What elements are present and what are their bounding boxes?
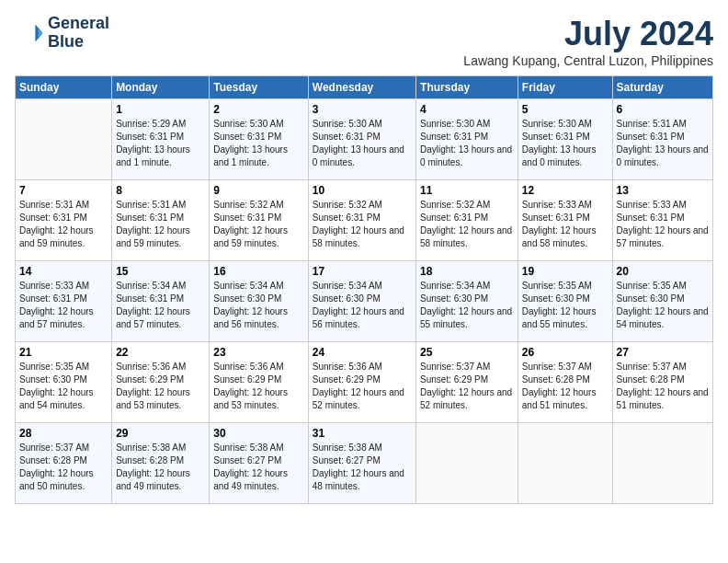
day-info: Sunrise: 5:37 AMSunset: 6:28 PMDaylight:… [19,442,108,493]
day-number: 8 [116,184,205,197]
day-cell [612,423,712,504]
page-header: General Blue July 2024 Lawang Kupang, Ce… [15,15,713,68]
day-cell: 6Sunrise: 5:31 AMSunset: 6:31 PMDaylight… [612,99,712,180]
day-number: 14 [19,265,108,278]
day-cell: 19Sunrise: 5:35 AMSunset: 6:30 PMDayligh… [518,261,612,342]
day-number: 19 [522,265,609,278]
day-info: Sunrise: 5:34 AMSunset: 6:30 PMDaylight:… [213,280,303,331]
day-info: Sunrise: 5:32 AMSunset: 6:31 PMDaylight:… [313,199,412,250]
day-cell: 30Sunrise: 5:38 AMSunset: 6:27 PMDayligh… [210,423,308,504]
day-info: Sunrise: 5:32 AMSunset: 6:31 PMDaylight:… [213,199,303,250]
logo: General Blue [15,15,109,52]
week-row-1: 1Sunrise: 5:29 AMSunset: 6:31 PMDaylight… [16,99,713,180]
day-cell: 23Sunrise: 5:36 AMSunset: 6:29 PMDayligh… [210,342,308,423]
day-number: 24 [313,346,412,359]
day-number: 13 [617,184,709,197]
day-number: 17 [313,265,412,278]
title-block: July 2024 Lawang Kupang, Central Luzon, … [463,15,713,68]
day-info: Sunrise: 5:36 AMSunset: 6:29 PMDaylight:… [116,361,205,412]
day-number: 27 [617,346,709,359]
day-cell: 8Sunrise: 5:31 AMSunset: 6:31 PMDaylight… [112,180,210,261]
svg-marker-1 [39,27,43,39]
weekday-header-saturday: Saturday [612,76,712,99]
day-info: Sunrise: 5:37 AMSunset: 6:29 PMDaylight:… [420,361,514,412]
day-info: Sunrise: 5:37 AMSunset: 6:28 PMDaylight:… [617,361,709,412]
day-number: 18 [420,265,514,278]
week-row-5: 28Sunrise: 5:37 AMSunset: 6:28 PMDayligh… [16,423,713,504]
day-number: 29 [116,427,205,440]
day-number: 1 [116,103,205,116]
weekday-header-thursday: Thursday [416,76,518,99]
day-info: Sunrise: 5:35 AMSunset: 6:30 PMDaylight:… [19,361,108,412]
weekday-header-row: SundayMondayTuesdayWednesdayThursdayFrid… [16,76,713,99]
day-info: Sunrise: 5:33 AMSunset: 6:31 PMDaylight:… [522,199,609,250]
day-info: Sunrise: 5:30 AMSunset: 6:31 PMDaylight:… [522,118,609,169]
day-cell: 26Sunrise: 5:37 AMSunset: 6:28 PMDayligh… [518,342,612,423]
weekday-header-sunday: Sunday [16,76,112,99]
day-cell: 27Sunrise: 5:37 AMSunset: 6:28 PMDayligh… [612,342,712,423]
day-number: 11 [420,184,514,197]
day-cell: 24Sunrise: 5:36 AMSunset: 6:29 PMDayligh… [308,342,415,423]
day-number: 4 [420,103,514,116]
day-info: Sunrise: 5:38 AMSunset: 6:28 PMDaylight:… [116,442,205,493]
day-info: Sunrise: 5:31 AMSunset: 6:31 PMDaylight:… [19,199,108,250]
day-info: Sunrise: 5:36 AMSunset: 6:29 PMDaylight:… [313,361,412,412]
weekday-header-wednesday: Wednesday [308,76,415,99]
day-info: Sunrise: 5:34 AMSunset: 6:31 PMDaylight:… [116,280,205,331]
day-info: Sunrise: 5:29 AMSunset: 6:31 PMDaylight:… [116,118,205,169]
day-number: 20 [617,265,709,278]
day-number: 22 [116,346,205,359]
day-number: 30 [213,427,303,440]
day-info: Sunrise: 5:34 AMSunset: 6:30 PMDaylight:… [313,280,412,331]
day-number: 25 [420,346,514,359]
day-cell: 18Sunrise: 5:34 AMSunset: 6:30 PMDayligh… [416,261,518,342]
day-info: Sunrise: 5:37 AMSunset: 6:28 PMDaylight:… [522,361,609,412]
day-cell [16,99,112,180]
day-cell: 12Sunrise: 5:33 AMSunset: 6:31 PMDayligh… [518,180,612,261]
day-info: Sunrise: 5:35 AMSunset: 6:30 PMDaylight:… [522,280,609,331]
day-info: Sunrise: 5:35 AMSunset: 6:30 PMDaylight:… [617,280,709,331]
day-cell: 15Sunrise: 5:34 AMSunset: 6:31 PMDayligh… [112,261,210,342]
week-row-4: 21Sunrise: 5:35 AMSunset: 6:30 PMDayligh… [16,342,713,423]
day-cell [518,423,612,504]
day-cell: 1Sunrise: 5:29 AMSunset: 6:31 PMDaylight… [112,99,210,180]
day-number: 2 [213,103,303,116]
day-cell: 16Sunrise: 5:34 AMSunset: 6:30 PMDayligh… [210,261,308,342]
day-cell [416,423,518,504]
day-cell: 14Sunrise: 5:33 AMSunset: 6:31 PMDayligh… [16,261,112,342]
day-number: 28 [19,427,108,440]
day-number: 12 [522,184,609,197]
day-info: Sunrise: 5:32 AMSunset: 6:31 PMDaylight:… [420,199,514,250]
day-cell: 17Sunrise: 5:34 AMSunset: 6:30 PMDayligh… [308,261,415,342]
day-cell: 29Sunrise: 5:38 AMSunset: 6:28 PMDayligh… [112,423,210,504]
day-info: Sunrise: 5:38 AMSunset: 6:27 PMDaylight:… [313,442,412,493]
day-cell: 4Sunrise: 5:30 AMSunset: 6:31 PMDaylight… [416,99,518,180]
day-info: Sunrise: 5:36 AMSunset: 6:29 PMDaylight:… [213,361,303,412]
weekday-header-friday: Friday [518,76,612,99]
day-number: 31 [313,427,412,440]
location-title: Lawang Kupang, Central Luzon, Philippine… [463,53,713,68]
day-cell: 9Sunrise: 5:32 AMSunset: 6:31 PMDaylight… [210,180,308,261]
day-number: 9 [213,184,303,197]
weekday-header-tuesday: Tuesday [210,76,308,99]
day-info: Sunrise: 5:33 AMSunset: 6:31 PMDaylight:… [19,280,108,331]
day-cell: 31Sunrise: 5:38 AMSunset: 6:27 PMDayligh… [308,423,415,504]
day-info: Sunrise: 5:31 AMSunset: 6:31 PMDaylight:… [617,118,709,169]
day-info: Sunrise: 5:34 AMSunset: 6:30 PMDaylight:… [420,280,514,331]
logo-text: General Blue [48,15,109,52]
day-number: 6 [617,103,709,116]
day-cell: 22Sunrise: 5:36 AMSunset: 6:29 PMDayligh… [112,342,210,423]
day-cell: 28Sunrise: 5:37 AMSunset: 6:28 PMDayligh… [16,423,112,504]
month-title: July 2024 [463,15,713,53]
day-number: 5 [522,103,609,116]
day-info: Sunrise: 5:30 AMSunset: 6:31 PMDaylight:… [420,118,514,169]
weekday-header-monday: Monday [112,76,210,99]
day-info: Sunrise: 5:30 AMSunset: 6:31 PMDaylight:… [213,118,303,169]
week-row-3: 14Sunrise: 5:33 AMSunset: 6:31 PMDayligh… [16,261,713,342]
day-cell: 2Sunrise: 5:30 AMSunset: 6:31 PMDaylight… [210,99,308,180]
day-number: 7 [19,184,108,197]
day-number: 3 [313,103,412,116]
day-cell: 20Sunrise: 5:35 AMSunset: 6:30 PMDayligh… [612,261,712,342]
logo-icon [15,18,44,48]
day-number: 10 [313,184,412,197]
